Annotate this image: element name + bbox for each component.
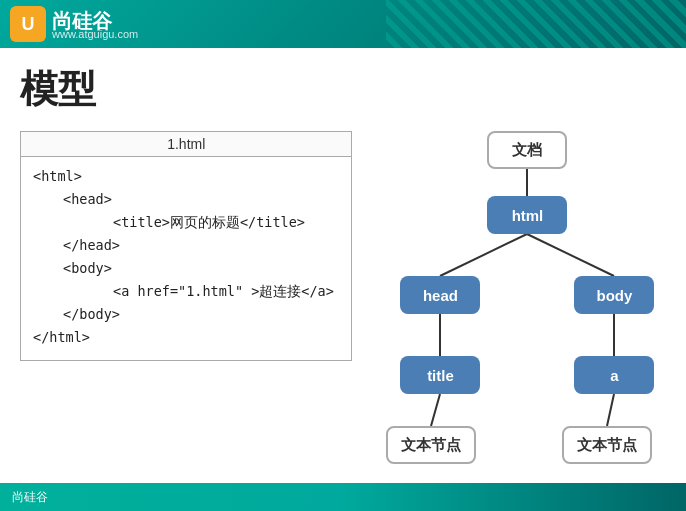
code-box-title: 1.html <box>21 132 351 157</box>
code-content: <html> <head> <title>网页的标题</title> </hea… <box>21 157 351 357</box>
code-line-8: </html> <box>33 326 339 349</box>
svg-line-1 <box>440 234 527 276</box>
tree-node-a: a <box>574 356 654 394</box>
code-box: 1.html <html> <head> <title>网页的标题</title… <box>20 131 352 361</box>
main-content: 模型 1.html <html> <head> <title>网页的标题</ti… <box>0 48 686 511</box>
code-line-7: </body> <box>33 303 339 326</box>
svg-line-5 <box>431 394 440 426</box>
code-line-3: <title>网页的标题</title> <box>33 211 339 234</box>
code-line-6: <a href="1.html" >超连接</a> <box>33 280 339 303</box>
tree-node-title: title <box>400 356 480 394</box>
content-row: 1.html <html> <head> <title>网页的标题</title… <box>20 131 666 491</box>
tree-node-text1: 文本节点 <box>386 426 476 464</box>
tree-node-text2: 文本节点 <box>562 426 652 464</box>
code-line-2: <head> <box>33 188 339 211</box>
tree-node-wenjian: 文档 <box>487 131 567 169</box>
logo-icon: U <box>10 6 46 42</box>
svg-line-6 <box>607 394 614 426</box>
header-bar: U 尚硅谷 www.atguigu.com <box>0 0 686 48</box>
svg-line-2 <box>527 234 614 276</box>
logo-url: www.atguigu.com <box>52 28 138 40</box>
footer-text: 尚硅谷 <box>12 489 48 506</box>
tree-node-body: body <box>574 276 654 314</box>
page-title: 模型 <box>20 64 666 115</box>
code-line-4: </head> <box>33 234 339 257</box>
tree-node-html: html <box>487 196 567 234</box>
footer-bar: 尚硅谷 <box>0 483 686 511</box>
tree-node-head: head <box>400 276 480 314</box>
code-line-5: <body> <box>33 257 339 280</box>
tree-diagram: 文档 html head body title a 文本节点 文本节点 <box>382 121 666 491</box>
code-line-1: <html> <box>33 165 339 188</box>
